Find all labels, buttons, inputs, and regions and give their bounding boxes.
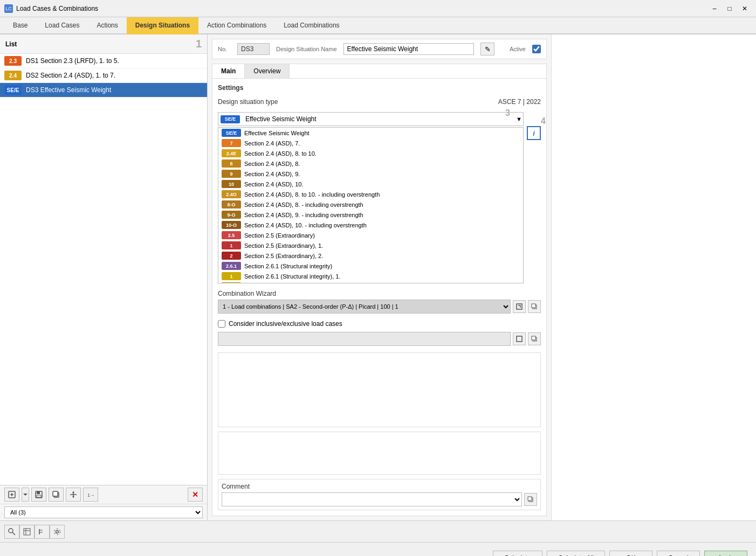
new-button[interactable] [4, 488, 19, 502]
settings-button[interactable] [50, 525, 65, 539]
tab-overview[interactable]: Overview [245, 64, 290, 78]
comment-select[interactable] [222, 492, 522, 506]
dropdown-chevron[interactable]: ▼ [516, 116, 522, 122]
calculate-all-button[interactable]: Calculate All [547, 551, 605, 557]
close-button[interactable]: ✕ [738, 2, 752, 16]
badge-se: SE/E [4, 85, 22, 95]
tab-base[interactable]: Base [4, 17, 36, 33]
svg-marker-3 [23, 494, 28, 496]
badge-icon: 2.5 [222, 231, 241, 239]
badge-icon: 9-O [222, 211, 241, 219]
maximize-button[interactable]: □ [723, 2, 737, 16]
no-input[interactable]: DS3 [237, 43, 270, 55]
dropdown-item[interactable]: 10-O Section 2.4 (ASD), 10. - including … [218, 220, 523, 230]
wizard-label: Combination Wizard [218, 290, 541, 297]
dropdown-item[interactable]: 2.6.1 Section 2.6.1 (Structural integrit… [218, 261, 523, 271]
tree-button[interactable] [35, 525, 50, 539]
calculate-button[interactable]: Calculate [493, 551, 542, 557]
badge-icon: 2 [222, 252, 241, 260]
apply-button[interactable]: Apply [704, 551, 747, 557]
dropdown-item[interactable]: 2.4O Section 2.4 (ASD), 8. to 10. - incl… [218, 189, 523, 199]
table-button[interactable] [19, 525, 35, 539]
search-button[interactable] [4, 525, 19, 539]
tab-main[interactable]: Main [212, 64, 245, 78]
dropdown-item[interactable]: 9 Section 2.4 (ASD), 9. [218, 169, 523, 179]
list-item[interactable]: 2.4 DS2 Section 2.4 (ASD), 1. to 7. [0, 68, 207, 83]
copy-button[interactable] [49, 488, 64, 502]
filter-select[interactable]: All (3) [4, 506, 203, 518]
inclusive-checkbox[interactable] [218, 320, 225, 328]
dropdown-wrapper: SE/E Effective Seismic Weight 3 ▼ SE/E [218, 112, 524, 283]
tab-load-combinations[interactable]: Load Combinations [275, 17, 348, 33]
tab-actions[interactable]: Actions [88, 17, 126, 33]
comment-copy-button[interactable] [524, 493, 537, 506]
bottom-action-bar: Calculate Calculate All OK Cancel Apply [0, 542, 756, 556]
ok-button[interactable]: OK [609, 551, 652, 557]
situation-type-label: Design situation type [218, 98, 278, 106]
info-button[interactable]: i [527, 126, 541, 140]
right-inner: No. DS3 Design Situation Name ✎ Active M… [208, 34, 551, 520]
situation-type-row: Design situation type ASCE 7 | 2022 [218, 98, 541, 106]
dropdown-item-label: Section 2.6.1 (Structural integrity), 2. [244, 283, 341, 284]
dropdown-item[interactable]: 8 Section 2.4 (ASD), 8. [218, 158, 523, 169]
content-tabs: Main Overview [212, 64, 547, 78]
delete-button[interactable]: ✕ [188, 488, 203, 502]
svg-rect-14 [532, 304, 535, 308]
svg-rect-15 [517, 336, 522, 342]
renumber-button[interactable]: 1→3 [83, 488, 98, 502]
dropdown-item-label: Section 2.4 (ASD), 8. to 10. - including… [244, 191, 380, 198]
selected-type-label: Effective Seismic Weight [245, 115, 317, 123]
badge-icon: 1 [222, 272, 241, 280]
active-checkbox[interactable] [532, 45, 541, 53]
badge-icon: 2.4E [222, 149, 241, 157]
number-3: 3 [505, 108, 510, 118]
dropdown-item[interactable]: SE/E Effective Seismic Weight [218, 128, 523, 138]
dropdown-list[interactable]: SE/E Effective Seismic Weight 7 Section … [218, 127, 524, 283]
edit-name-button[interactable]: ✎ [480, 43, 494, 55]
dropdown-item[interactable]: 1 Section 2.5 (Extraordinary), 1. [218, 240, 523, 251]
dropdown-item[interactable]: 2 Section 2.5 (Extraordinary), 2. [218, 251, 523, 261]
badge-icon: 8 [222, 159, 241, 168]
dropdown-item-label: Section 2.6.1 (Structural integrity) [244, 263, 332, 269]
inclusive-input-row [218, 332, 541, 346]
inclusive-checkbox-row: Consider inclusive/exclusive load cases [218, 320, 541, 328]
dropdown-item[interactable]: 2.5 Section 2.5 (Extraordinary) [218, 230, 523, 240]
name-input[interactable] [343, 43, 475, 55]
dropdown-item[interactable]: 8-O Section 2.4 (ASD), 8. - including ov… [218, 199, 523, 210]
wizard-copy-button[interactable] [528, 300, 541, 313]
dropdown-item[interactable]: 9-O Section 2.4 (ASD), 9. - including ov… [218, 210, 523, 220]
dropdown-item[interactable]: 2.4E Section 2.4 (ASD), 8. to 10. [218, 148, 523, 158]
move-button[interactable] [66, 488, 81, 502]
tab-load-cases[interactable]: Load Cases [36, 17, 88, 33]
list-item[interactable]: 2.3 DS1 Section 2.3 (LRFD), 1. to 5. [0, 54, 207, 68]
badge-icon: 1 [222, 241, 241, 249]
dropdown-item[interactable]: 10 Section 2.4 (ASD), 10. [218, 179, 523, 189]
dropdown-item[interactable]: 1 Section 2.6.1 (Structural integrity), … [218, 271, 523, 281]
active-label: Active [510, 46, 526, 52]
wizard-open-button[interactable] [513, 300, 526, 313]
list-toolbar: 1→3 ✕ [0, 485, 207, 504]
open-dropdown-button[interactable] [22, 488, 29, 502]
dropdown-item-label: Section 2.4 (ASD), 8. [244, 161, 300, 167]
list-item-selected[interactable]: SE/E DS3 Effective Seismic Weight [0, 83, 207, 98]
dropdown-item-label: Section 2.5 (Extraordinary) [244, 232, 315, 239]
save-button[interactable] [31, 488, 46, 502]
dropdown-item-label: Section 2.4 (ASD), 7. [244, 140, 300, 147]
dropdown-item[interactable]: 2 Section 2.6.1 (Structural integrity), … [218, 281, 523, 283]
minimize-button[interactable]: – [707, 2, 721, 16]
tab-design-situations[interactable]: Design Situations [127, 17, 198, 34]
top-info: No. DS3 Design Situation Name ✎ Active [212, 39, 547, 59]
combination-select[interactable]: 1 - Load combinations | SA2 - Second-ord… [218, 300, 511, 314]
dropdown-item-label: Section 2.4 (ASD), 9. [244, 171, 300, 177]
cancel-button[interactable]: Cancel [657, 551, 700, 557]
svg-rect-12 [517, 304, 522, 309]
menu-tabs: Base Load Cases Actions Design Situation… [0, 17, 756, 34]
titlebar-left: LC Load Cases & Combinations [4, 4, 98, 13]
badge-icon: 2 [222, 282, 241, 283]
inclusive-copy-button[interactable] [528, 332, 541, 345]
bottom-status-bar [0, 520, 756, 542]
dropdown-item[interactable]: 7 Section 2.4 (ASD), 7. [218, 138, 523, 148]
tab-action-combinations[interactable]: Action Combinations [198, 17, 275, 33]
badge-23: 2.3 [4, 56, 22, 66]
inclusive-open-button[interactable] [513, 332, 526, 345]
